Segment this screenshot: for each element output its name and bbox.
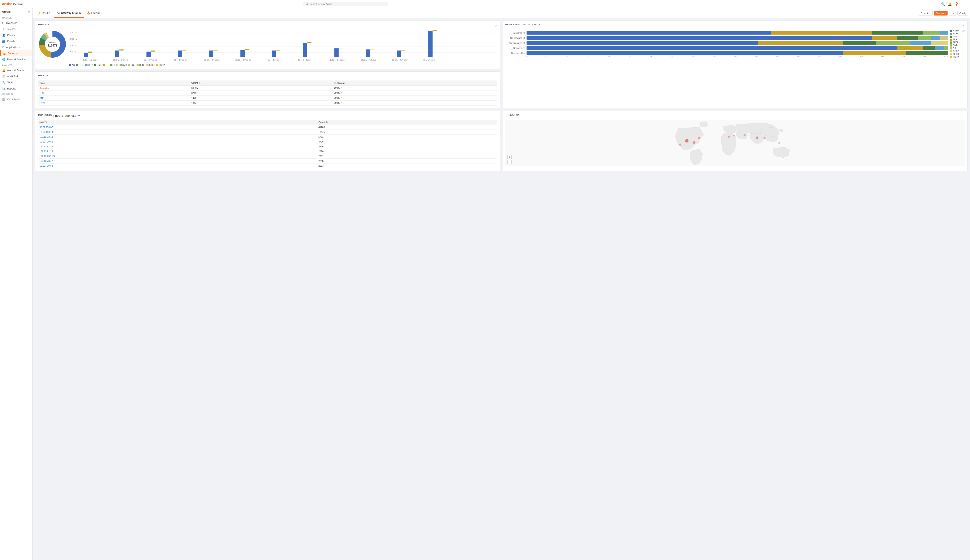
smtp-dot (156, 64, 158, 66)
gw-name-sancarlos-01: Gw-sancarlos-01 (505, 42, 525, 44)
tab-rapids[interactable]: ⚡ RAPIDS (35, 8, 54, 18)
sidebar-item-label: Applications (6, 46, 20, 49)
threat-dot-me1 (743, 134, 746, 136)
tab-gateway-ids-label: Gateway IDS/IPS (61, 12, 81, 15)
svg-text:30k: 30k (69, 38, 77, 40)
http-dot (85, 64, 87, 66)
x-65k: 65k (797, 55, 800, 58)
sidebar-item-security[interactable]: 🔒 Security (0, 50, 32, 57)
trend-count-assorted: 66555 (190, 85, 332, 90)
search-bar[interactable]: 🔍 (304, 2, 388, 6)
legend-smb: SMB (120, 64, 127, 66)
seg-http (935, 46, 944, 50)
host-7[interactable]: 162.125.35.136 (39, 155, 55, 157)
filter-icon[interactable]: ▼ (78, 115, 80, 117)
view-list-button[interactable]: List (949, 11, 956, 15)
sidebar-item-applications[interactable]: ⬡ Applications (0, 44, 32, 50)
svg-rect-37 (366, 50, 370, 57)
svg-rect-24 (151, 50, 155, 52)
trend-type-tls[interactable]: TLS (39, 92, 43, 94)
sidebar-item-audit-trail[interactable]: 📋 Audit Trail (0, 73, 32, 80)
host-9[interactable]: 10.127.19.68 (39, 165, 53, 167)
guests-icon: 👥 (2, 40, 5, 43)
svg-rect-35 (334, 48, 339, 57)
logo-icon: aruba (2, 2, 12, 6)
seg-tls (758, 41, 843, 45)
http-label: HTTP (87, 64, 93, 66)
svg-rect-34 (307, 42, 311, 43)
svg-rect-30 (244, 49, 249, 50)
most-affected-expand-icon[interactable]: ⤢ (962, 24, 965, 27)
zoom-in-button[interactable]: + (507, 155, 512, 159)
sidebar-item-guests[interactable]: 👥 Guests (0, 38, 32, 44)
tab-hosts[interactable]: HOSTS (55, 115, 63, 117)
tab-sources[interactable]: SOURCES (65, 115, 76, 117)
host-count-5: 3336 (317, 144, 497, 149)
sidebar-item-overview[interactable]: ⊞ Overview (0, 20, 32, 26)
most-affected-content: Sancarlos-lte Gw-redwood-01 (505, 30, 965, 58)
count-sort-icon[interactable]: ⇅ (199, 82, 201, 84)
gw-x-axis: 0 5k 10k 15k 20k 25k 30k 35k 40k 45k 50k… (527, 55, 948, 58)
svg-rect-33 (303, 43, 307, 57)
sidebar-item-label: Network Services (7, 58, 27, 61)
trend-type-dns[interactable]: DNS (39, 97, 44, 99)
sidebar-item-tools[interactable]: 🔧 Tools (0, 80, 32, 85)
global-selector[interactable]: Global ⚙ (0, 8, 32, 15)
gw-row-redwood-lte: Redwood-lte (505, 46, 948, 50)
apps-icon[interactable]: ⋮⋮ (961, 2, 968, 6)
svg-text:5. Apr: 5. Apr (423, 59, 435, 61)
host-5[interactable]: 162.125.7.13 (39, 145, 53, 148)
legend-ssh-dot (950, 47, 952, 50)
view-config-button[interactable]: Config (957, 11, 968, 15)
legend-tftp: TFTP (110, 64, 118, 66)
bell-icon[interactable]: 🔔 (948, 2, 952, 6)
logo: aruba Central (2, 2, 23, 6)
svg-text:1. Feb: 1. Feb (144, 59, 157, 61)
sidebar-item-label: Guests (7, 40, 15, 43)
trend-change-http: 999% (334, 102, 340, 104)
content-grid: THREATS ⤢ (32, 18, 970, 173)
threat-map-expand-icon[interactable]: ⤢ (962, 114, 965, 118)
sidebar-item-devices[interactable]: 🖥 Devices (0, 26, 32, 32)
trend-count-dns: 14701 (190, 95, 332, 101)
host-2[interactable]: 13.52.136.140 (39, 131, 54, 133)
devices-icon: 🖥 (2, 27, 5, 31)
sidebar-item-alerts[interactable]: 🔔 Alerts & Events (0, 67, 32, 73)
time-3months-button[interactable]: 3 months (918, 11, 933, 15)
host-4[interactable]: 10.127.19.66 (39, 140, 53, 143)
settings-icon[interactable]: ⚙ (28, 10, 30, 13)
tab-gateway-ids[interactable]: 🛡 Gateway IDS/IPS (54, 8, 84, 18)
threats-expand-icon[interactable]: ⤢ (495, 24, 497, 27)
tls-dot (102, 64, 105, 66)
search-nav-icon[interactable]: 🔍 (941, 2, 945, 6)
tab-firewall[interactable]: 🔥 Firewall (84, 8, 103, 18)
hosts-sort-icon[interactable]: ⇅ (326, 121, 328, 123)
search-input[interactable] (309, 3, 386, 6)
sidebar-item-network-services[interactable]: 🌐 Network Services (0, 57, 32, 62)
legend-dhcp: DHCP (137, 64, 145, 66)
host-3[interactable]: 162.125.2.18 (39, 136, 53, 138)
trend-type-http[interactable]: HTTP (39, 102, 45, 104)
svg-rect-42 (433, 30, 437, 31)
svg-rect-31 (272, 50, 276, 57)
sidebar-item-organization[interactable]: 🏢 Organization (0, 97, 32, 102)
dns-label: DNS (97, 64, 101, 66)
table-row: DNS 14701 999% ↗ (38, 95, 497, 101)
svg-rect-39 (397, 50, 401, 57)
sidebar-item-reports[interactable]: 📊 Reports (0, 85, 32, 92)
zoom-out-button[interactable]: − (507, 160, 512, 164)
legend-smtp: SMTP (950, 56, 965, 58)
help-icon[interactable]: ❓ (955, 2, 959, 6)
sidebar-item-clients[interactable]: 👤 Clients (0, 32, 32, 38)
security-icon: 🔒 (3, 52, 6, 55)
legend-tftp: TFTP (950, 41, 965, 43)
gw-row-redwood-01: Gw-redwood-01 (505, 36, 948, 40)
host-1[interactable]: 52.52.253.87 (39, 126, 53, 128)
view-summary-button[interactable]: Summary (934, 11, 948, 15)
x-95k: 95k (923, 55, 926, 58)
trend-type-assorted[interactable]: Assorted (39, 87, 50, 89)
host-6[interactable]: 162.125.2.13 (39, 150, 53, 153)
host-8[interactable]: 162.125.36.2 (39, 160, 53, 162)
svg-text:15. Feb: 15. Feb (204, 59, 220, 61)
rapids-icon: ⚡ (38, 11, 41, 15)
